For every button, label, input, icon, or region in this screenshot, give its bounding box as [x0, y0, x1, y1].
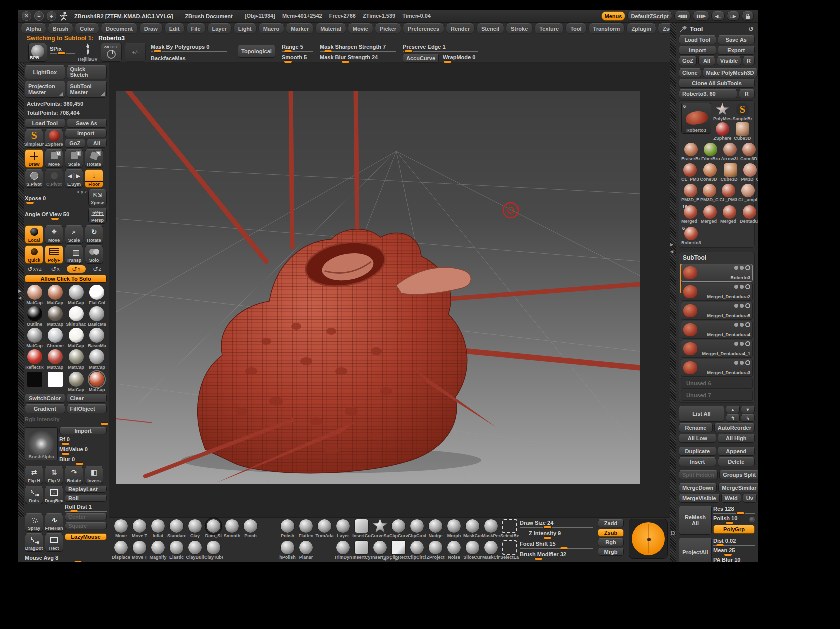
- autoreorder-button[interactable]: AutoReorder: [714, 424, 755, 432]
- roll-dist-slider[interactable]: Roll Dist 1: [65, 504, 107, 512]
- brush-thumbnail[interactable]: Elastic: [168, 540, 186, 562]
- tool-name-slider[interactable]: Roberto3. 60: [679, 90, 738, 98]
- reorder-arrow-button[interactable]: ↰: [726, 414, 740, 422]
- tool-thumbnail[interactable]: PM3D_C: [742, 164, 758, 182]
- material-swatch[interactable]: ReflectR: [25, 350, 44, 370]
- tray-scroll-left-icon[interactable]: ◀▮▮▮: [674, 12, 691, 21]
- polyframe-button[interactable]: PolyF: [45, 246, 64, 264]
- material-swatch[interactable]: MatCap: [46, 350, 65, 370]
- tool-load-button[interactable]: Load Tool: [679, 36, 716, 44]
- color-swatch[interactable]: MatCap: [66, 372, 86, 392]
- material-swatch[interactable]: BasicMa: [88, 306, 107, 327]
- brush-thumbnail[interactable]: hPolish: [278, 540, 297, 562]
- lock-icon[interactable]: [742, 12, 754, 21]
- brush-thumbnail[interactable]: ClipCircle: [408, 519, 426, 540]
- subtool-item[interactable]: Merged_Dentadura4: [681, 321, 753, 339]
- material-swatch[interactable]: Flat Col: [88, 285, 107, 306]
- subtool-item[interactable]: Merged_Dentadura4_1: [681, 340, 753, 358]
- material-swatch[interactable]: Chrome: [46, 328, 65, 348]
- accucurve-button[interactable]: AccuCurve: [403, 54, 439, 63]
- subtool-item[interactable]: Merged_Dentadura2: [681, 283, 753, 301]
- tray-scroll-arrows[interactable]: ◀ ▪ ▶: [383, 557, 400, 562]
- move-canvas-button[interactable]: ✥Move: [45, 226, 64, 244]
- draw-size-slider[interactable]: Draw Size 24: [520, 520, 593, 528]
- quick-render-button[interactable]: Quick: [25, 246, 44, 264]
- import-button[interactable]: Import: [65, 130, 107, 138]
- tool-thumbnail[interactable]: Cube3D_: [721, 164, 740, 182]
- lightbox-button[interactable]: LightBox: [25, 66, 66, 80]
- brush-thumbnail[interactable]: Morph: [445, 519, 464, 540]
- subtool-item[interactable]: Roberto3: [681, 264, 753, 282]
- color-swatch[interactable]: [46, 372, 66, 392]
- all-low-button[interactable]: All Low: [679, 434, 716, 443]
- load-tool-button[interactable]: Load Tool: [25, 119, 66, 128]
- menu-item[interactable]: Stencil: [476, 24, 504, 34]
- tool-export-button[interactable]: Export: [718, 46, 756, 55]
- brush-thumbnail[interactable]: MaskCur: [464, 519, 482, 540]
- polish-dial-icon[interactable]: [750, 517, 755, 522]
- brush-thumbnail[interactable]: ClipCircle: [408, 540, 426, 562]
- brush-thumbnail[interactable]: CurveSu: [371, 519, 390, 540]
- material-swatch[interactable]: MatCap: [25, 328, 44, 348]
- menu-item[interactable]: Macro: [258, 24, 284, 34]
- menus-button[interactable]: Menus: [602, 12, 626, 21]
- gyro-axis-button[interactable]: X: [46, 266, 66, 273]
- mask-sharpen-slider[interactable]: Mask Sharpen Strength 7: [320, 44, 396, 52]
- tool-save-as-button[interactable]: Save As: [718, 36, 756, 44]
- blur-slider[interactable]: Blur 0: [60, 456, 107, 464]
- goz-all-button[interactable]: All: [87, 139, 108, 148]
- remesh-all-button[interactable]: ReMesh All: [679, 506, 712, 535]
- tool-thumbnail[interactable]: CL_ampl: [738, 184, 758, 202]
- brush-thumbnail[interactable]: InsertCy: [352, 540, 371, 562]
- wrapmode-slider[interactable]: WrapMode 0: [443, 54, 478, 62]
- material-swatch[interactable]: MatCap: [66, 328, 86, 348]
- brush-thumbnail[interactable]: MaskCir: [482, 540, 500, 562]
- clone-all-subtools-button[interactable]: Clone All SubTools: [679, 79, 755, 88]
- stroke-dots-button[interactable]: Dots: [25, 486, 44, 504]
- rf-slider[interactable]: Rf 0: [60, 436, 107, 444]
- brush-thumbnail[interactable]: Move T: [130, 519, 149, 540]
- persp-button[interactable]: Persp: [88, 208, 107, 224]
- uv-button[interactable]: Uv: [743, 494, 757, 503]
- subtool-item[interactable]: Unused 7: [681, 390, 753, 401]
- fillobject-button[interactable]: FillObject: [67, 404, 108, 414]
- angle-of-view-slider[interactable]: Angle Of View 50: [25, 212, 87, 220]
- brush-thumbnail[interactable]: Noise: [445, 540, 464, 562]
- gyro-axis-button[interactable]: Z: [88, 266, 107, 273]
- rgb-intensity-slider[interactable]: Rgb Intensity: [25, 416, 107, 424]
- xpose-button[interactable]: ⇱⇲Xpose: [88, 190, 107, 206]
- current-tool-thumbnail[interactable]: 6 Roberto3: [682, 103, 712, 134]
- make-polymesh3d-button[interactable]: Make PolyMesh3D: [703, 68, 758, 78]
- subtool-item[interactable]: Merged_Dentadura5: [681, 302, 753, 320]
- rename-button[interactable]: Rename: [679, 424, 713, 432]
- move-mode-button[interactable]: MMove: [45, 150, 64, 168]
- default-zscript-button[interactable]: DefaultZScript: [628, 12, 672, 21]
- dist-slider[interactable]: Dist 0.02: [714, 538, 755, 546]
- tool-thumbnail[interactable]: ZSphere: [714, 122, 732, 141]
- alpha-inverse-button[interactable]: ◧Invers: [85, 466, 104, 484]
- alpha-rotate-button[interactable]: ↷Rotate: [65, 466, 84, 484]
- gyro-axis-button[interactable]: Y: [67, 266, 86, 273]
- brush-thumbnail[interactable]: ZProject: [426, 540, 445, 562]
- bpr-button[interactable]: BPR: [28, 43, 48, 62]
- brush-thumbnail[interactable]: TrimDyn: [334, 540, 352, 562]
- menu-item[interactable]: Color: [75, 24, 100, 34]
- insert-button[interactable]: Insert: [679, 458, 716, 466]
- clone-button[interactable]: Clone: [679, 68, 702, 78]
- tool-thumbnail[interactable]: PM3D_C: [700, 184, 719, 202]
- tool-goz-visible-button[interactable]: Visible: [717, 56, 742, 66]
- tool-thumbnail[interactable]: Arrow3L: [722, 143, 740, 162]
- menu-item[interactable]: Movie: [348, 24, 374, 34]
- custom-brush-rejillauv[interactable]: RejillaUV: [78, 43, 98, 62]
- rgb-toggle[interactable]: Rgb: [598, 538, 624, 546]
- viewport[interactable]: ◀ ▪ ▶: [109, 63, 670, 517]
- switchcolor-button[interactable]: SwitchColor: [25, 394, 66, 403]
- menu-item[interactable]: Zplugin: [626, 24, 656, 34]
- mouse-avg-slider[interactable]: Mouse Avg 8: [25, 555, 107, 562]
- tool-thumbnail[interactable]: Roberto3: [682, 227, 702, 246]
- mergesimilar-button[interactable]: MergeSimilar: [718, 484, 758, 492]
- tool-thumbnail[interactable]: SSimpleBr: [733, 103, 753, 122]
- menu-item[interactable]: Layer: [208, 24, 232, 34]
- document-canvas[interactable]: [116, 92, 640, 484]
- mergedown-button[interactable]: MergeDown: [679, 484, 717, 492]
